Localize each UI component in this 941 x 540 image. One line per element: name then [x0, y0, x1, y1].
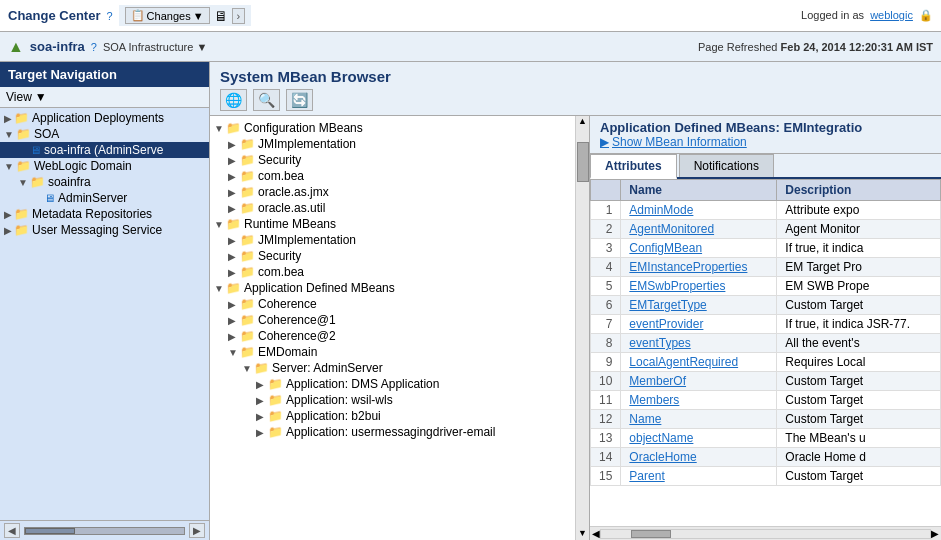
nav-forward-button[interactable]: › [232, 8, 246, 24]
scroll-down-btn[interactable]: ▼ [577, 528, 589, 540]
tab-attributes[interactable]: Attributes [590, 154, 677, 179]
mbean-item-coherence-1[interactable]: ▶📁Coherence@1 [210, 312, 575, 328]
mbean-item-security-2[interactable]: ▶📁Security [210, 248, 575, 264]
attr-name[interactable]: ConfigMBean [621, 239, 777, 258]
attr-name[interactable]: AgentMonitored [621, 220, 777, 239]
attr-name[interactable]: Name [621, 410, 777, 429]
mbean-arrow-app-def-mbeans[interactable]: ▼ [214, 283, 224, 294]
scroll-up-btn[interactable]: ▲ [577, 116, 589, 128]
mbean-item-coherence[interactable]: ▶📁Coherence [210, 296, 575, 312]
second-header: ▲ soa-infra ? SOA Infrastructure ▼ Page … [0, 32, 941, 62]
mbean-folder-server-adminserver: 📁 [254, 361, 269, 375]
mbean-item-app-usermsg[interactable]: ▶📁Application: usermessagingdriver-email [210, 424, 575, 440]
mbean-arrow-app-dms[interactable]: ▶ [256, 379, 266, 390]
sidebar-item-metadata-repos[interactable]: ▶📁Metadata Repositories [0, 206, 209, 222]
mbean-arrow-security-2[interactable]: ▶ [228, 251, 238, 262]
mbean-item-emdomain[interactable]: ▼📁EMDomain [210, 344, 575, 360]
tree-scrollbar[interactable]: ▲ ▼ [575, 116, 589, 540]
mbean-item-app-dms[interactable]: ▶📁Application: DMS Application [210, 376, 575, 392]
attr-name[interactable]: LocalAgentRequired [621, 353, 777, 372]
mbean-item-jmimpl-2[interactable]: ▶📁JMImplementation [210, 232, 575, 248]
attr-name[interactable]: OracleHome [621, 448, 777, 467]
mbean-arrow-coherence-1[interactable]: ▶ [228, 315, 238, 326]
sidebar-item-soainfra[interactable]: ▼📁soainfra [0, 174, 209, 190]
sidebar-item-user-messaging[interactable]: ▶📁User Messaging Service [0, 222, 209, 238]
mbean-item-app-def-mbeans[interactable]: ▼📁Application Defined MBeans [210, 280, 575, 296]
sidebar-item-soa[interactable]: ▼📁SOA [0, 126, 209, 142]
mbean-item-app-b2bui[interactable]: ▶📁Application: b2bui [210, 408, 575, 424]
mbean-item-jmimpl[interactable]: ▶📁JMImplementation [210, 136, 575, 152]
mbean-item-runtime-mbeans[interactable]: ▼📁Runtime MBeans [210, 216, 575, 232]
tree-arrow-soainfra[interactable]: ▼ [18, 177, 28, 188]
attr-name[interactable]: eventTypes [621, 334, 777, 353]
h-scroll-right[interactable]: ▶ [931, 528, 939, 539]
mbean-arrow-coherence[interactable]: ▶ [228, 299, 238, 310]
attr-name[interactable]: EMSwbProperties [621, 277, 777, 296]
mbean-arrow-app-wsil[interactable]: ▶ [256, 395, 266, 406]
h-scroll-left[interactable]: ◀ [592, 528, 600, 539]
attr-name[interactable]: Parent [621, 467, 777, 486]
mbean-arrow-jmimpl[interactable]: ▶ [228, 139, 238, 150]
h-scroll-thumb[interactable] [631, 530, 671, 538]
soa-infra-help-icon[interactable]: ? [91, 41, 97, 53]
sidebar-scroll-left[interactable]: ◀ [4, 523, 20, 538]
mbean-arrow-app-b2bui[interactable]: ▶ [256, 411, 266, 422]
mbean-arrow-app-usermsg[interactable]: ▶ [256, 427, 266, 438]
attr-name[interactable]: EMTargetType [621, 296, 777, 315]
mbean-arrow-server-adminserver[interactable]: ▼ [242, 363, 252, 374]
sidebar-scroll-thumb[interactable] [25, 528, 75, 534]
attr-name[interactable]: AdminMode [621, 201, 777, 220]
toolbar-filter-icon[interactable]: 🔍 [253, 89, 280, 111]
mbean-item-server-adminserver[interactable]: ▼📁Server: AdminServer [210, 360, 575, 376]
mbean-arrow-coherence-2[interactable]: ▶ [228, 331, 238, 342]
sidebar-item-adminserver[interactable]: 🖥AdminServer [0, 190, 209, 206]
show-mbean-link[interactable]: ▶ Show MBean Information [600, 135, 931, 149]
attr-description: The MBean's u [777, 429, 941, 448]
sidebar-item-soa-infra-admin[interactable]: 🖥soa-infra (AdminServe [0, 142, 209, 158]
attr-name[interactable]: MemberOf [621, 372, 777, 391]
scroll-thumb[interactable] [577, 142, 589, 182]
attr-name[interactable]: objectName [621, 429, 777, 448]
table-row: 13objectNameThe MBean's u [591, 429, 941, 448]
change-center-help-icon[interactable]: ? [106, 10, 112, 22]
sidebar-scroll-right[interactable]: ▶ [189, 523, 205, 538]
mbean-arrow-com-bea-1[interactable]: ▶ [228, 171, 238, 182]
h-scroll-track[interactable] [600, 529, 931, 539]
sidebar-item-app-deployments[interactable]: ▶📁Application Deployments [0, 110, 209, 126]
mbean-folder-oracle-as-util: 📁 [240, 201, 255, 215]
folder-icon-weblogic-domain: 📁 [16, 159, 31, 173]
mbean-item-com-bea-1[interactable]: ▶📁com.bea [210, 168, 575, 184]
tab-notifications[interactable]: Notifications [679, 154, 774, 177]
mbean-arrow-jmimpl-2[interactable]: ▶ [228, 235, 238, 246]
mbean-item-coherence-2[interactable]: ▶📁Coherence@2 [210, 328, 575, 344]
attr-name[interactable]: EMInstanceProperties [621, 258, 777, 277]
changes-button[interactable]: 📋 Changes ▼ [125, 7, 210, 24]
toolbar-refresh-icon[interactable]: 🔄 [286, 89, 313, 111]
tree-arrow-soa[interactable]: ▼ [4, 129, 14, 140]
mbean-arrow-oracle-as-util[interactable]: ▶ [228, 203, 238, 214]
mbean-item-security-1[interactable]: ▶📁Security [210, 152, 575, 168]
mbean-arrow-oracle-as-jmx[interactable]: ▶ [228, 187, 238, 198]
mbean-arrow-security-1[interactable]: ▶ [228, 155, 238, 166]
attr-name[interactable]: Members [621, 391, 777, 410]
view-button[interactable]: View ▼ [0, 87, 209, 108]
mbean-item-oracle-as-jmx[interactable]: ▶📁oracle.as.jmx [210, 184, 575, 200]
mbean-arrow-config-mbeans[interactable]: ▼ [214, 123, 224, 134]
sidebar-item-weblogic-domain[interactable]: ▼📁WebLogic Domain [0, 158, 209, 174]
mbean-item-app-wsil[interactable]: ▶📁Application: wsil-wls [210, 392, 575, 408]
mbean-arrow-runtime-mbeans[interactable]: ▼ [214, 219, 224, 230]
tree-arrow-metadata-repos[interactable]: ▶ [4, 209, 12, 220]
tree-arrow-app-deployments[interactable]: ▶ [4, 113, 12, 124]
mbean-item-oracle-as-util[interactable]: ▶📁oracle.as.util [210, 200, 575, 216]
toolbar-globe-icon[interactable]: 🌐 [220, 89, 247, 111]
mbean-arrow-com-bea-2[interactable]: ▶ [228, 267, 238, 278]
mbean-arrow-emdomain[interactable]: ▼ [228, 347, 238, 358]
tree-arrow-user-messaging[interactable]: ▶ [4, 225, 12, 236]
mbean-item-config-mbeans[interactable]: ▼📁Configuration MBeans [210, 120, 575, 136]
soa-infra-menu[interactable]: SOA Infrastructure ▼ [103, 41, 207, 53]
attr-name[interactable]: eventProvider [621, 315, 777, 334]
username[interactable]: weblogic [870, 9, 913, 21]
tree-arrow-weblogic-domain[interactable]: ▼ [4, 161, 14, 172]
logged-in-label: Logged in as [801, 9, 864, 21]
mbean-item-com-bea-2[interactable]: ▶📁com.bea [210, 264, 575, 280]
